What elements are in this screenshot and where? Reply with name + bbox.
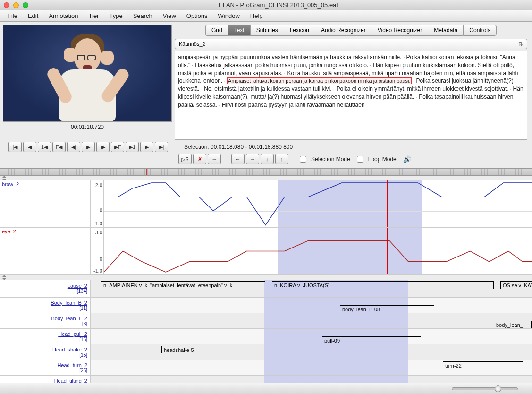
selection-mode-label: Selection Mode bbox=[311, 156, 350, 163]
tier-label[interactable]: Head_turn_2[25] bbox=[0, 360, 91, 375]
menu-options[interactable]: Options bbox=[182, 11, 212, 21]
arrow-up-button[interactable]: ↑ bbox=[275, 154, 288, 164]
tier-row: Head_pull_2[15]pull-09 bbox=[0, 329, 532, 344]
expand-handles-2[interactable] bbox=[0, 275, 532, 280]
speaker-icon[interactable]: 🔊 bbox=[403, 155, 411, 163]
tier-track[interactable]: body_lean_B-08 bbox=[91, 298, 532, 313]
clear-selection-button[interactable]: ✗ bbox=[193, 154, 206, 164]
tier-label[interactable]: Lause_2[134] bbox=[0, 280, 91, 297]
overview-playhead[interactable] bbox=[146, 169, 147, 175]
step-back-button[interactable]: ◀| bbox=[67, 142, 80, 152]
goto-end-button[interactable]: ▶| bbox=[155, 142, 168, 152]
arrow-right-button[interactable]: → bbox=[246, 154, 259, 164]
tier-track[interactable]: body_lean_ bbox=[91, 313, 532, 328]
wave-label-eye[interactable]: eye_2 bbox=[0, 228, 91, 274]
shift-selection-button[interactable]: → bbox=[208, 154, 221, 164]
menu-edit[interactable]: Edit bbox=[23, 11, 43, 21]
tier-label[interactable]: Head_shake_2[15] bbox=[0, 344, 91, 360]
selection-mode-checkbox[interactable] bbox=[300, 156, 306, 163]
prev-frame-button[interactable]: 1◀ bbox=[38, 142, 51, 152]
tier-track[interactable]: pull-09 bbox=[91, 329, 532, 344]
nav-buttons: ← → ↓ ↑ bbox=[231, 154, 288, 164]
tier-select[interactable]: Käännös_2 bbox=[175, 39, 527, 49]
tier-track[interactable]: n_AMPIAINEN v_k_"ampiaiset_lentävät_etee… bbox=[91, 280, 532, 297]
tier-track[interactable]: headshake-5 bbox=[91, 344, 532, 360]
menu-window[interactable]: Window bbox=[213, 11, 245, 21]
yaxis-eye: 3.0 0 -1.0 bbox=[91, 228, 104, 274]
tier-label[interactable]: Body_lean_B_2[11] bbox=[0, 298, 91, 313]
zoom-slider[interactable] bbox=[452, 387, 518, 390]
transport-buttons: |◀ ◀ 1◀ F◀ ◀| ▶ |▶ ▶F ▶1 ▶ ▶| bbox=[8, 142, 178, 152]
annotation[interactable]: body_lean_ bbox=[494, 321, 532, 328]
goto-start-button[interactable]: |◀ bbox=[8, 142, 22, 152]
menu-view[interactable]: View bbox=[158, 11, 181, 21]
text-viewer[interactable]: ampiaspesän ja hyppäsi puunrunkoa vasten… bbox=[175, 51, 527, 140]
waveform-brow: brow_2 2.0 0 -1.0 bbox=[0, 180, 532, 228]
statusbar bbox=[0, 383, 532, 394]
menubar: File Edit Annotation Tier Type Search Vi… bbox=[0, 10, 532, 22]
prev-marker-button[interactable]: F◀ bbox=[52, 142, 66, 152]
selection-info: Selection: 00:01:18.080 - 00:01:18.880 8… bbox=[184, 144, 293, 150]
tier-row: Head_shake_2[15]headshake-5 bbox=[0, 344, 532, 360]
titlebar: ELAN - ProGram_CFINSL2013_005_05.eaf bbox=[0, 0, 532, 10]
tier-select-value: Käännös_2 bbox=[179, 41, 205, 47]
tier-area: Lause_2[134]n_AMPIAINEN v_k_"ampiaiset_l… bbox=[0, 280, 532, 394]
overview-ruler[interactable] bbox=[0, 168, 532, 176]
prev-scroll-button[interactable]: ◀ bbox=[23, 142, 36, 152]
annotation[interactable]: n_KOIRA v_JUOSTA(S) bbox=[272, 281, 494, 289]
waveplot-eye[interactable] bbox=[104, 228, 532, 274]
menu-annotation[interactable]: Annotation bbox=[44, 11, 83, 21]
annotation[interactable]: headshake-5 bbox=[161, 346, 287, 353]
tier-row: Lause_2[134]n_AMPIAINEN v_k_"ampiaiset_l… bbox=[0, 280, 532, 298]
tier-label[interactable]: Head_pull_2[15] bbox=[0, 329, 91, 344]
selection-buttons: ▷S ✗ → bbox=[178, 154, 221, 164]
playhead[interactable] bbox=[387, 180, 388, 227]
play-button[interactable]: ▶ bbox=[82, 142, 95, 152]
menu-help[interactable]: Help bbox=[245, 11, 268, 21]
arrow-left-button[interactable]: ← bbox=[231, 154, 245, 164]
yaxis-brow: 2.0 0 -1.0 bbox=[91, 180, 104, 227]
wave-label-brow[interactable]: brow_2 bbox=[0, 180, 91, 227]
tier-track[interactable]: turn-22 bbox=[91, 360, 532, 375]
zoom-icon[interactable] bbox=[23, 2, 28, 8]
annotation[interactable]: pull-09 bbox=[322, 336, 421, 344]
next-scroll-button[interactable]: ▶ bbox=[140, 142, 153, 152]
next-marker-button[interactable]: ▶F bbox=[111, 142, 124, 152]
text-highlight[interactable]: Ampiaiset lähtivät koiran perään ja koir… bbox=[227, 77, 411, 84]
playhead[interactable] bbox=[387, 228, 388, 274]
tab-video-recognizer[interactable]: Video Recognizer bbox=[372, 25, 428, 36]
play-selection-button[interactable]: ▷S bbox=[178, 154, 192, 164]
transport-row: |◀ ◀ 1◀ F◀ ◀| ▶ |▶ ▶F ▶1 ▶ ▶| Selection:… bbox=[0, 140, 532, 154]
menu-type[interactable]: Type bbox=[104, 11, 127, 21]
tier-row: Body_lean_B_2[11]body_lean_B-08 bbox=[0, 298, 532, 313]
waveplot-brow[interactable] bbox=[104, 180, 532, 227]
loop-mode-checkbox[interactable] bbox=[357, 156, 363, 163]
menu-file[interactable]: File bbox=[3, 11, 22, 21]
video-frame[interactable] bbox=[3, 25, 172, 122]
tab-subtitles[interactable]: Subtitles bbox=[250, 25, 284, 36]
tier-row: Body_lean_L_2[8]body_lean_ bbox=[0, 313, 532, 329]
tab-text[interactable]: Text bbox=[228, 25, 250, 36]
waveform-eye: eye_2 3.0 0 -1.0 bbox=[0, 228, 532, 275]
tab-controls[interactable]: Controls bbox=[463, 25, 497, 36]
tab-grid[interactable]: Grid bbox=[205, 25, 228, 36]
annotation[interactable]: n_AMPIAINEN v_k_"ampiaiset_lentävät_etee… bbox=[101, 281, 265, 289]
next-frame-button[interactable]: ▶1 bbox=[126, 142, 139, 152]
annotation[interactable]: OS:se v_KÄVELLÄ v_PAETA bbox=[500, 281, 532, 289]
tab-lexicon[interactable]: Lexicon bbox=[284, 25, 315, 36]
step-fwd-button[interactable]: |▶ bbox=[96, 142, 110, 152]
annotation[interactable]: body_lean_B-08 bbox=[340, 305, 434, 313]
menu-tier[interactable]: Tier bbox=[84, 11, 104, 21]
close-icon[interactable] bbox=[4, 2, 9, 8]
tab-metadata[interactable]: Metadata bbox=[428, 25, 463, 36]
minimize-icon[interactable] bbox=[13, 2, 19, 8]
loop-mode-label: Loop Mode bbox=[368, 156, 397, 163]
annotation[interactable]: turn-22 bbox=[443, 361, 523, 369]
tier-label[interactable]: Body_lean_L_2[8] bbox=[0, 313, 91, 328]
menu-search[interactable]: Search bbox=[128, 11, 157, 21]
traffic-lights bbox=[4, 2, 28, 8]
slider-knob[interactable] bbox=[495, 385, 501, 392]
tab-audio-recognizer[interactable]: Audio Recognizer bbox=[315, 25, 372, 36]
arrow-down-button[interactable]: ↓ bbox=[261, 154, 274, 164]
expand-handles[interactable] bbox=[0, 176, 532, 180]
